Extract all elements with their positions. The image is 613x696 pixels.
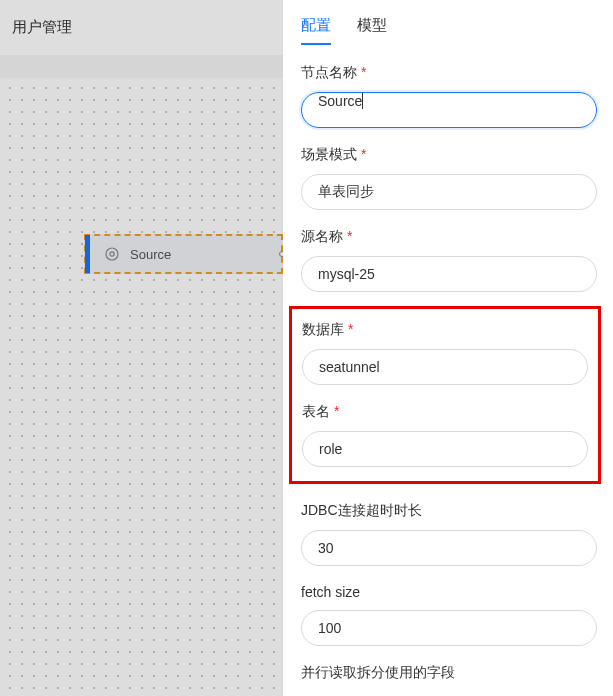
input-node-name-value: Source bbox=[318, 93, 362, 109]
node-accent-bar bbox=[85, 235, 90, 273]
input-jdbc-timeout[interactable] bbox=[301, 530, 597, 566]
workflow-canvas[interactable]: Source bbox=[0, 78, 283, 696]
panel-tabs: 配置 模型 bbox=[301, 0, 597, 46]
input-scene-mode[interactable] bbox=[301, 174, 597, 210]
field-jdbc-timeout: JDBC连接超时时长 bbox=[301, 502, 597, 566]
tab-config[interactable]: 配置 bbox=[301, 16, 331, 45]
page-title: 用户管理 bbox=[0, 0, 283, 55]
label-jdbc-timeout: JDBC连接超时时长 bbox=[301, 502, 597, 520]
label-database: 数据库 bbox=[302, 321, 588, 339]
label-parallel-split: 并行读取拆分使用的字段 bbox=[301, 664, 597, 682]
toolbar-spacer bbox=[0, 55, 283, 78]
tab-model[interactable]: 模型 bbox=[357, 16, 387, 45]
source-node-label: Source bbox=[130, 247, 171, 262]
field-scene-mode: 场景模式 bbox=[301, 146, 597, 210]
source-icon bbox=[104, 246, 120, 262]
label-table-name: 表名 bbox=[302, 403, 588, 421]
field-fetch-size: fetch size bbox=[301, 584, 597, 646]
label-node-name: 节点名称 bbox=[301, 64, 597, 82]
svg-point-1 bbox=[110, 252, 114, 256]
input-table-name[interactable] bbox=[302, 431, 588, 467]
input-node-name[interactable]: Source bbox=[301, 92, 597, 128]
field-parallel-split: 并行读取拆分使用的字段 bbox=[301, 664, 597, 682]
config-side-panel: 配置 模型 节点名称 Source 场景模式 源名称 数据库 表名 JDBC连接… bbox=[283, 0, 613, 696]
input-fetch-size[interactable] bbox=[301, 610, 597, 646]
input-source-name[interactable] bbox=[301, 256, 597, 292]
field-table-name: 表名 bbox=[302, 403, 588, 467]
label-scene-mode: 场景模式 bbox=[301, 146, 597, 164]
left-background: 用户管理 Source bbox=[0, 0, 283, 696]
field-database: 数据库 bbox=[302, 321, 588, 385]
highlight-annotation: 数据库 表名 bbox=[289, 306, 601, 484]
field-source-name: 源名称 bbox=[301, 228, 597, 292]
input-database[interactable] bbox=[302, 349, 588, 385]
svg-point-0 bbox=[106, 248, 118, 260]
field-node-name: 节点名称 Source bbox=[301, 64, 597, 128]
label-fetch-size: fetch size bbox=[301, 584, 597, 600]
source-node[interactable]: Source bbox=[84, 234, 283, 274]
label-source-name: 源名称 bbox=[301, 228, 597, 246]
